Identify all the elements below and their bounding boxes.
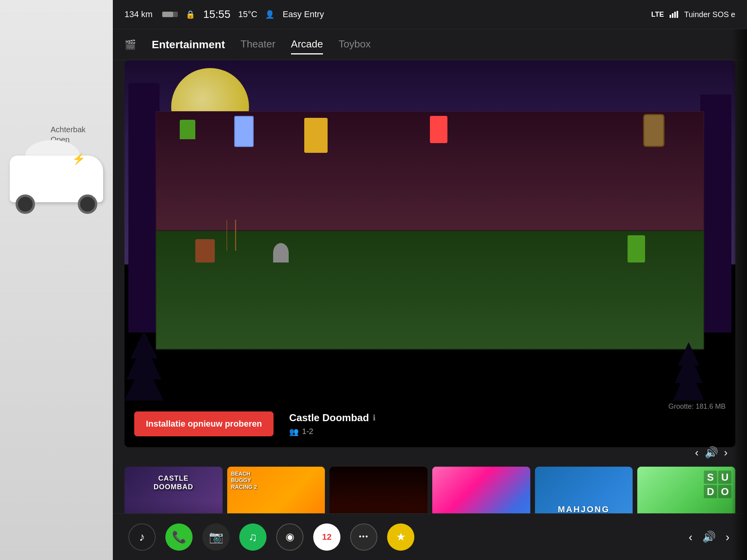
more-icon: ••• [359,533,369,541]
castle-tower-right [700,94,731,333]
char-throne [430,116,447,143]
person-icon: 👤 [265,10,275,19]
game-screenshot [124,60,735,401]
game-info-icon[interactable]: ℹ [373,413,376,422]
scroll-prev-button[interactable]: ‹ [695,446,698,459]
castle-thumb-label: CASTLEDOOMBAD [154,474,193,491]
starred-button[interactable]: ★ [387,523,414,551]
spotify-icon: ♫ [249,530,258,544]
main-content: 134 km 🔒 15:55 15°C 👤 Easy Entry LTE Tui… [113,0,747,560]
car-wheel-left [16,194,35,214]
game-floor-bottom [156,231,704,350]
spotify-button[interactable]: ♫ [239,523,267,551]
volume-control[interactable]: 🔊 [702,530,716,543]
phone-button[interactable]: 📞 [165,523,193,551]
status-time: 15:55 [203,8,230,21]
car-wheel-right [78,194,97,214]
beach-thumb-label: BeachBuggyRacing 2 [231,471,257,490]
signal-bar-4 [677,11,678,18]
nav-next-button[interactable]: › [724,528,731,546]
status-left: 134 km 🔒 15:55 15°C 👤 Easy Entry [124,8,651,21]
music-button[interactable]: ♪ [128,523,156,551]
right-edge [731,0,747,560]
tree-right [673,342,704,401]
battery-bar [162,12,178,17]
game-players: 👥 1-2 [289,427,657,436]
reinstall-button[interactable]: Installatie opnieuw proberen [134,411,274,437]
game-featured-area: Installatie opnieuw proberen Castle Doom… [124,60,735,447]
top-right-app-label: Tuinder SOS e [684,10,735,19]
scroll-next-button[interactable]: › [724,446,728,459]
camera-button[interactable]: 📷 [202,523,230,551]
signal-bar-3 [674,12,676,18]
game-info-bar: Installatie opnieuw proberen Castle Doom… [124,401,735,447]
car-lightning-icon: ⚡ [72,152,86,165]
lock-icon: 🔒 [186,10,195,19]
game-floor-top [156,111,704,230]
lte-label: LTE [651,10,664,19]
ladder [226,220,236,251]
nav-header: 🎬 Entertainment Theater Arcade Toybox [113,29,747,60]
status-temperature: 15°C [238,9,257,19]
battery-fill [162,12,173,17]
char-4 [643,114,665,147]
game-title-row: Castle Doombad ℹ [289,412,657,424]
volume-icon[interactable]: 🔊 [705,446,718,459]
char-5 [628,235,645,262]
game-title-area: Castle Doombad ℹ 👥 1-2 [285,412,657,436]
signal-bar-2 [672,13,673,18]
phone-icon: 📞 [172,530,186,544]
star-icon: ★ [396,530,406,543]
battery-distance: 134 km [124,9,153,19]
signal-bars [670,11,678,18]
status-bar: 134 km 🔒 15:55 15°C 👤 Easy Entry LTE Tui… [113,0,747,29]
barrel-1 [195,239,215,262]
calendar-icon: 12 [322,532,331,542]
easy-entry-label: Easy Entry [282,9,324,19]
trap-1 [273,243,289,262]
car-image: ⚡ [6,101,107,226]
more-button[interactable]: ••• [350,523,377,551]
char-1 [180,120,195,139]
entertainment-title: Entertainment [152,38,225,51]
game-title: Castle Doombad [289,412,369,424]
tab-theater[interactable]: Theater [240,35,275,54]
sudoku-grid: S U D O [704,471,731,498]
char-2 [234,116,254,147]
taskbar: ♪ 📞 📷 ♫ ◉ 12 ••• ★ ‹ 🔊 › [113,513,747,560]
players-icon: 👥 [289,427,299,436]
tab-arcade[interactable]: Arcade [291,35,323,54]
taskbar-controls: ‹ 🔊 › [687,528,731,546]
players-count: 1-2 [302,427,313,436]
tab-toybox[interactable]: Toybox [338,35,370,54]
game-size: Grootte: 181.6 MB [668,401,726,411]
char-3 [304,118,328,153]
music-icon: ♪ [139,530,145,544]
camera-icon: 📷 [209,530,223,544]
scroll-nav: ‹ 🔊 › [695,446,728,459]
nav-prev-button[interactable]: ‹ [687,528,694,546]
camera2-button[interactable]: ◉ [276,523,303,551]
signal-bar-1 [670,15,671,18]
castle-tower-left [128,94,160,333]
car-panel: Achterbak Open ⚡ [0,0,113,560]
camera2-icon: ◉ [286,531,295,543]
calendar-button[interactable]: 12 [313,523,340,551]
status-right: LTE Tuinder SOS e [651,10,735,19]
entertainment-icon: 🎬 [124,39,136,50]
